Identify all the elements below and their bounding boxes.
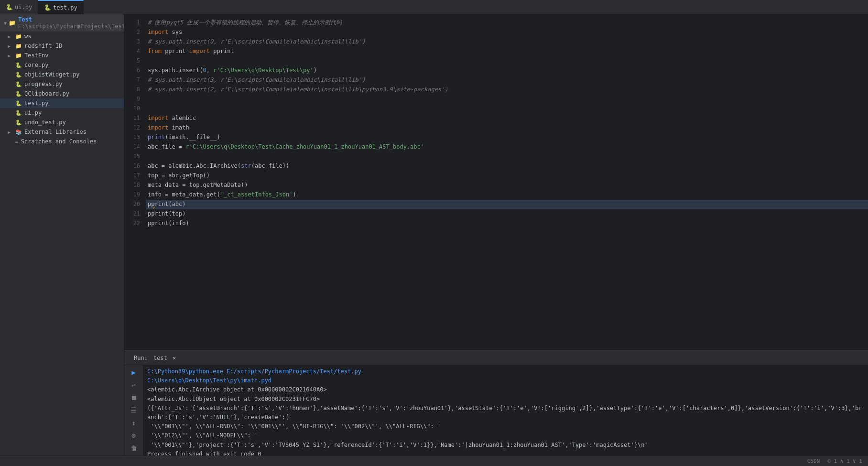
code-line-5 <box>146 56 868 66</box>
run-clear-button[interactable]: 🗑 <box>127 443 141 454</box>
sidebar-item-objlistwidget[interactable]: 🐍 objListWidget.py <box>0 70 124 79</box>
code-line-8: # sys.path.insert(2, r'E:\scripts\Compil… <box>146 85 868 95</box>
project-arrow: ▼ <box>4 21 7 26</box>
sidebar-item-uipy[interactable]: 🐍 ui.py <box>0 108 124 118</box>
run-stop-button[interactable]: ⏹ <box>127 392 141 403</box>
folder-icon-redshift: 📁 <box>15 43 22 49</box>
tab-test-py[interactable]: 🐍 test.py <box>38 0 84 14</box>
output-line-3: <alembic.Abc.IArchive object at 0x000000… <box>147 385 864 394</box>
code-editor: 12345 678910 1112131415 1617181920 2122 … <box>124 14 868 350</box>
code-line-20: pprint(abc) <box>146 200 868 209</box>
lib-icon: 📚 <box>15 129 22 135</box>
code-line-18: meta_data = top.getMetaData() <box>146 181 868 190</box>
sidebar-item-ws[interactable]: ▶ 📁 ws <box>0 32 124 41</box>
run-sidebar: ▶ ↩ ⏹ ☰ ↕ ⚙ 🗑 <box>124 365 143 455</box>
code-content[interactable]: # 使用pyqt5 生成一个带有锁的线程的启动、暂停、恢复、停止的示例代码 im… <box>146 14 868 350</box>
sidebar-item-core[interactable]: 🐍 core.py <box>0 60 124 70</box>
status-bar: CSDN © 1 ∧ 1 ∨ 1 <box>0 455 868 466</box>
py-file-icon-active: 🐍 <box>44 4 51 11</box>
run-content: ▶ ↩ ⏹ ☰ ↕ ⚙ 🗑 C:\Python39\python.exe E:/… <box>124 365 868 455</box>
status-info: © 1 ∧ 1 ∨ 1 <box>827 458 862 464</box>
run-rerun-button[interactable]: ↩ <box>127 379 141 390</box>
output-line-10: Process finished with exit code 0 <box>147 450 864 455</box>
arrow-testenv: ▶ <box>8 53 13 58</box>
output-line-2: C:\Users\q\Desktop\Test\py\imath.pyd <box>147 376 864 385</box>
py-icon-ui: 🐍 <box>15 110 22 116</box>
py-icon-test: 🐍 <box>15 100 22 107</box>
run-tabs: Run: test ✕ <box>124 351 868 365</box>
py-icon-obj: 🐍 <box>15 72 22 78</box>
code-line-12: import imath <box>146 123 868 133</box>
code-line-1: # 使用pyqt5 生成一个带有锁的线程的启动、暂停、恢复、停止的示例代码 <box>146 18 868 28</box>
project-header[interactable]: ▼ 📁 Test E:\scripts\PycharmProjects\Test <box>0 14 124 32</box>
line-numbers: 12345 678910 1112131415 1617181920 2122 <box>124 14 146 350</box>
sidebar-item-redshift[interactable]: ▶ 📁 redshift_ID <box>0 41 124 51</box>
output-line-1: C:\Python39\python.exe E:/scripts/Pychar… <box>147 367 864 376</box>
output-line-7: '\\"012\\"', \\"ALL-MODEL\\": ' <box>147 431 864 440</box>
code-line-13: print(imath.__file__) <box>146 133 868 142</box>
code-line-17: top = abc.getTop() <box>146 171 868 181</box>
code-line-10 <box>146 104 868 114</box>
tab-ui-py[interactable]: 🐍 ui.py <box>0 0 38 14</box>
run-play-button[interactable]: ▶ <box>127 367 141 378</box>
code-line-22: pprint(info) <box>146 219 868 228</box>
output-line-6: '\\"001\\"', \\"ALL-RND\\": '\\"001\\"',… <box>147 422 864 431</box>
code-line-14: abc_file = r'C:\Users\q\Desktop\Test\Cac… <box>146 142 868 152</box>
code-line-19: info = meta_data.get('_ct_assetInfos_Jso… <box>146 190 868 200</box>
py-icon-progress: 🐍 <box>15 81 22 87</box>
code-line-11: import alembic <box>146 114 868 123</box>
sidebar-item-qclipboard[interactable]: 🐍 QClipboard.py <box>0 89 124 98</box>
run-tab-test[interactable]: test ✕ <box>152 353 176 363</box>
run-filter-button[interactable]: ☰ <box>127 405 141 415</box>
top-tabs-bar: 🐍 ui.py 🐍 test.py <box>0 0 868 14</box>
sidebar: ▼ 📁 Test E:\scripts\PycharmProjects\Test… <box>0 14 124 455</box>
close-icon[interactable]: ✕ <box>173 355 176 361</box>
code-line-4: from pprint import pprint <box>146 47 868 56</box>
py-icon-core: 🐍 <box>15 62 22 68</box>
py-file-icon: 🐍 <box>6 4 12 11</box>
sidebar-item-external[interactable]: ▶ 📚 External Libraries <box>0 127 124 137</box>
sidebar-item-undo[interactable]: 🐍 undo_test.py <box>0 118 124 127</box>
code-line-6: sys.path.insert(0, r'C:\Users\q\Desktop\… <box>146 66 868 76</box>
run-panel: Run: test ✕ ▶ ↩ ⏹ ☰ ↕ ⚙ 🗑 <box>124 350 868 455</box>
py-icon-undo: 🐍 <box>15 119 22 126</box>
output-line-4: <alembic.Abc.IObject object at 0x000002C… <box>147 395 864 404</box>
folder-icon-testenv: 📁 <box>15 53 22 59</box>
run-label: Run: test ✕ <box>128 353 187 363</box>
sidebar-item-scratches[interactable]: ▶ ✏️ Scratches and Consoles <box>0 137 124 146</box>
run-settings-button[interactable]: ⚙ <box>127 430 141 441</box>
project-title: Test E:\scripts\PycharmProjects\Test <box>18 16 124 30</box>
code-line-15 <box>146 152 868 162</box>
code-line-7: # sys.path.insert(3, r'E:\scripts\Compil… <box>146 76 868 85</box>
output-line-5: ({'Attr_Js': {'assetBranch':{'T':'s','V'… <box>147 404 864 422</box>
arrow-ws: ▶ <box>8 34 13 39</box>
run-output: C:\Python39\python.exe E:/scripts/Pychar… <box>143 365 868 455</box>
py-icon-qclipboard: 🐍 <box>15 91 22 97</box>
run-scroll-button[interactable]: ↕ <box>127 418 141 428</box>
folder-icon-ws: 📁 <box>15 33 22 40</box>
status-csdn: CSDN <box>807 458 820 464</box>
arrow-redshift: ▶ <box>8 43 13 49</box>
scratch-icon: ✏️ <box>15 139 19 145</box>
sidebar-item-testpy[interactable]: 🐍 test.py <box>0 98 124 108</box>
code-line-9 <box>146 95 868 104</box>
sidebar-item-progress[interactable]: 🐍 progress.py <box>0 79 124 89</box>
project-icon: 📁 <box>9 20 16 26</box>
sidebar-item-testenv[interactable]: ▶ 📁 TestEnv <box>0 51 124 60</box>
code-line-3: # sys.path.insert(0, r'E:\scripts\Compil… <box>146 37 868 47</box>
code-line-21: pprint(top) <box>146 209 868 219</box>
arrow-ext: ▶ <box>8 130 13 135</box>
code-line-16: abc = alembic.Abc.IArchive(str(abc_file)… <box>146 162 868 171</box>
output-line-8: '\\"001\\"'},'project':{'T':'s','V':'TVS… <box>147 441 864 450</box>
code-line-2: import sys <box>146 28 868 37</box>
